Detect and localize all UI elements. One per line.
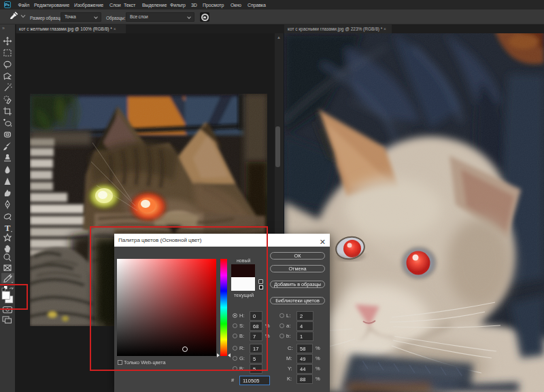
svg-text:»: » <box>2 26 5 31</box>
svg-text:T: T <box>5 223 11 233</box>
